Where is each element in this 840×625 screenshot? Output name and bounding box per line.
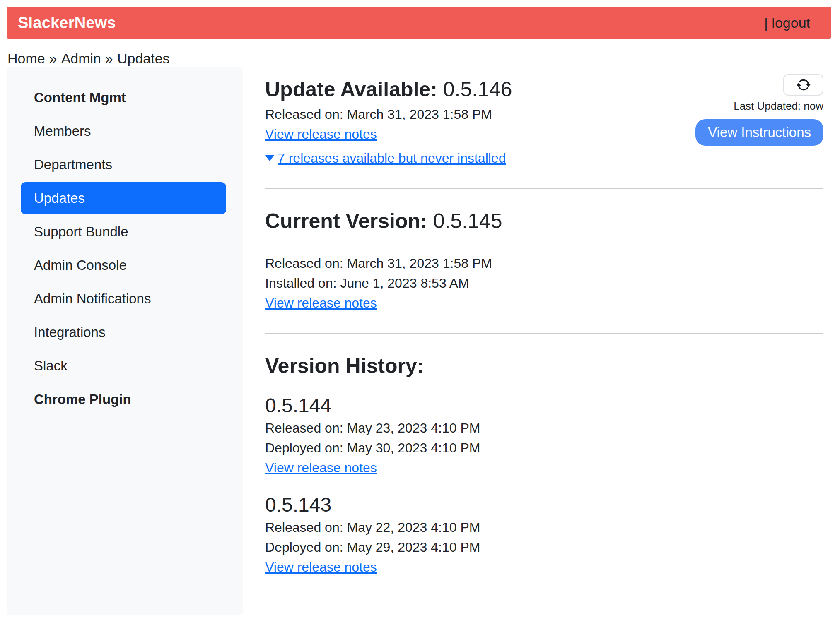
sidebar-item-departments[interactable]: Departments xyxy=(21,149,226,181)
page-layout: Content Mgmt Members Departments Updates… xyxy=(7,67,823,625)
sidebar-item-chrome-plugin[interactable]: Chrome Plugin xyxy=(21,383,226,416)
current-installed-text: Installed on: June 1, 2023 8:53 AM xyxy=(265,273,823,293)
sidebar-item-members[interactable]: Members xyxy=(21,115,226,147)
history-version-number: 0.5.144 xyxy=(265,393,823,418)
update-actions: Last Updated: now View Instructions xyxy=(695,74,823,146)
sidebar-item-slack[interactable]: Slack xyxy=(21,350,226,382)
last-updated-text: Last Updated: now xyxy=(734,100,823,113)
refresh-button[interactable] xyxy=(783,74,823,96)
history-released-text: Released on: May 23, 2023 4:10 PM xyxy=(265,418,823,438)
logout-link[interactable]: | logout xyxy=(764,15,810,31)
release-notes-link[interactable]: View release notes xyxy=(265,127,377,142)
sidebar-item-content-mgmt[interactable]: Content Mgmt xyxy=(21,82,226,114)
sidebar-item-admin-notifications[interactable]: Admin Notifications xyxy=(21,283,226,315)
breadcrumb-home[interactable]: Home xyxy=(7,50,45,66)
version-history-entry: 0.5.143 Released on: May 22, 2023 4:10 P… xyxy=(265,493,823,577)
current-version-label: Current Version: xyxy=(265,209,427,233)
breadcrumb: Home»Admin»Updates xyxy=(7,50,840,67)
history-version-number: 0.5.143 xyxy=(265,493,823,517)
breadcrumb-separator: » xyxy=(49,50,57,66)
update-available-label: Update Available: xyxy=(265,78,437,101)
releases-toggle-line: 7 releases available but never installed xyxy=(265,148,823,168)
sidebar: Content Mgmt Members Departments Updates… xyxy=(7,67,243,615)
arrow-repeat-icon xyxy=(797,78,811,92)
sidebar-item-admin-console[interactable]: Admin Console xyxy=(21,249,226,281)
sidebar-item-updates[interactable]: Updates xyxy=(21,182,226,214)
version-history-section: Version History: 0.5.144 Released on: Ma… xyxy=(265,353,823,577)
history-deployed-text: Deployed on: May 29, 2023 4:10 PM xyxy=(265,537,823,557)
release-notes-link[interactable]: View release notes xyxy=(265,560,377,575)
history-deployed-text: Deployed on: May 30, 2023 4:10 PM xyxy=(265,438,823,458)
release-notes-link[interactable]: View release notes xyxy=(265,460,377,475)
releases-toggle-link[interactable]: 7 releases available but never installed xyxy=(278,148,506,168)
divider xyxy=(265,188,823,189)
main-content: Last Updated: now View Instructions Upda… xyxy=(265,67,823,625)
sidebar-item-support-bundle[interactable]: Support Bundle xyxy=(21,216,226,248)
update-available-version: 0.5.146 xyxy=(443,78,512,101)
view-instructions-button[interactable]: View Instructions xyxy=(695,119,823,146)
app-header: SlackerNews | logout xyxy=(7,7,831,39)
breadcrumb-separator: » xyxy=(105,50,113,66)
release-notes-link[interactable]: View release notes xyxy=(265,296,377,310)
version-history-title: Version History: xyxy=(265,353,823,378)
app-brand[interactable]: SlackerNews xyxy=(18,14,116,32)
breadcrumb-admin[interactable]: Admin xyxy=(61,50,101,66)
version-history-entry: 0.5.144 Released on: May 23, 2023 4:10 P… xyxy=(265,393,823,478)
current-released-text: Released on: March 31, 2023 1:58 PM xyxy=(265,253,823,273)
history-released-text: Released on: May 22, 2023 4:10 PM xyxy=(265,517,823,537)
current-version-number: 0.5.145 xyxy=(433,209,502,233)
breadcrumb-current: Updates xyxy=(117,50,170,66)
current-version-title: Current Version: 0.5.145 xyxy=(265,209,823,233)
sidebar-item-integrations[interactable]: Integrations xyxy=(21,316,226,349)
caret-down-icon xyxy=(265,155,274,161)
current-version-meta: Released on: March 31, 2023 1:58 PM Inst… xyxy=(265,253,823,313)
divider xyxy=(265,333,823,334)
current-version-section: Current Version: 0.5.145 Released on: Ma… xyxy=(265,209,823,313)
